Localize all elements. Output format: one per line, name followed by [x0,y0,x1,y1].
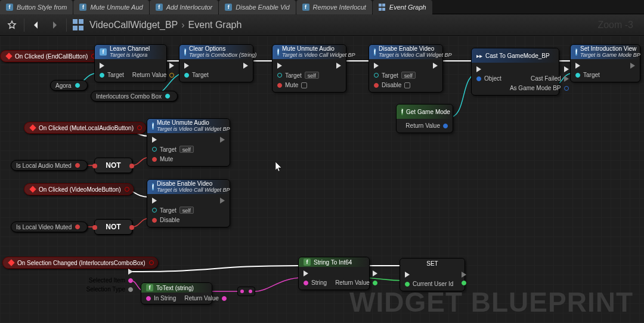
node-leave-channel[interactable]: f Leave ChannelTarget is IAgora Target R… [94,44,167,82]
exec-out-pin[interactable] [630,63,635,69]
reroute-pin[interactable] [240,290,244,293]
pin-label: Return Value [335,279,370,286]
exec-out-pin[interactable] [336,63,341,69]
exec-in-pin[interactable] [374,63,379,69]
event-on-clicked-endcall[interactable]: On Clicked (EndCallButton) [0,50,100,62]
exec-out-pin[interactable] [373,270,377,276]
graph-mode-button[interactable] [72,18,86,32]
node-set-current-user-id[interactable]: SET Current User Id [400,258,465,291]
node-set-introduction-view[interactable]: f Set Introduction ViewTarget is Game Mo… [570,44,640,82]
favorite-button[interactable] [5,18,19,32]
var-agora[interactable]: Agora [50,80,88,91]
in-string-pin[interactable] [146,296,151,301]
event-label: On Clicked (MuteLocalAudioButton) [39,125,134,131]
node-totext-string[interactable]: fToText (string) In String Return Value [141,282,212,304]
as-gamemode-pin[interactable] [564,86,569,91]
exec-out-pin[interactable] [433,63,438,69]
exec-out-pin[interactable] [128,269,133,275]
exec-in-pin[interactable] [277,63,282,69]
node-string-to-int64[interactable]: fString To Int64 String Return Value [298,257,370,290]
delegate-pin[interactable] [149,260,154,265]
object-pin[interactable] [476,76,481,81]
node-mute-unmute-audio-top[interactable]: f Mute Unmute AudioTarget is Video Call … [272,44,346,93]
mute-pin[interactable] [152,157,157,162]
checkbox-default[interactable] [404,82,410,88]
disable-pin[interactable] [374,83,379,88]
tab-strip: fButton Style from fMute Unmute Aud fAdd… [0,0,644,14]
exec-in-pin[interactable] [405,272,410,278]
reroute-node[interactable] [237,287,255,296]
node-header[interactable]: f Leave ChannelTarget is IAgora [95,45,166,59]
exec-out-pin[interactable] [169,63,174,69]
bool-out-pin[interactable] [129,164,134,168]
checkbox-default[interactable] [301,82,307,88]
node-not-video[interactable]: NOT [94,219,132,235]
exec-out-pin[interactable] [220,137,225,143]
node-not-audio[interactable]: NOT [94,158,132,173]
breadcrumb-graph[interactable]: Event Graph [188,20,242,30]
node-cast-to-gamemode[interactable]: ▸▸Cast To GameMode_BP Object Cast Failed… [471,48,559,96]
string-pin[interactable] [304,281,308,285]
selected-item-pin[interactable] [128,278,133,283]
target-pin[interactable] [277,73,282,78]
node-get-game-mode[interactable]: fGet Game Mode Return Value [396,104,453,133]
exec-in-pin[interactable] [304,270,308,276]
return-pin[interactable] [222,296,227,301]
tab-remove-interlocutor[interactable]: fRemove Interlocut [296,0,372,14]
return-pin[interactable] [373,281,377,285]
delegate-pin[interactable] [125,187,129,192]
node-clear-options[interactable]: f Clear OptionsTarget is ComboBox (Strin… [179,44,253,82]
graph-toolbar: VideoCallWidget_BP›Event Graph Zoom -3 [0,14,644,36]
tab-mute-unmute[interactable]: fMute Unmute Aud [73,0,148,14]
exec-in-pin[interactable] [575,63,580,69]
tab-button-style[interactable]: fButton Style from [0,0,73,14]
event-on-selection-changed[interactable]: On Selection Changed (InterlocutorsCombo… [2,257,158,269]
var-is-local-audio-muted[interactable]: Is Local Audio Muted [11,160,88,171]
node-title: Mute Unmute Audio [282,45,355,52]
nav-forward-button[interactable] [47,18,61,32]
exec-out-pin[interactable] [243,63,248,69]
value-out-pin[interactable] [462,281,466,285]
event-on-clicked-videomode[interactable]: On Clicked (VideoModeButton) [24,183,134,195]
exec-out-pin[interactable] [564,66,569,72]
target-pin[interactable] [100,73,104,78]
target-pin[interactable] [575,73,580,78]
target-pin[interactable] [152,208,157,213]
target-pin[interactable] [152,147,157,152]
mute-pin[interactable] [277,83,282,88]
return-pin[interactable] [443,124,448,128]
var-interlocutors-combo[interactable]: Interlocutors Combo Box [91,91,178,101]
target-pin[interactable] [184,73,189,78]
node-disable-enable-video-top[interactable]: f Disabe Enable VideoTarget is Video Cal… [369,44,443,93]
bool-in-pin[interactable] [92,225,97,230]
value-in-pin[interactable] [405,282,410,287]
return-pin[interactable] [169,73,174,78]
exec-in-pin[interactable] [100,63,104,69]
pin-label: Target [107,72,124,78]
breadcrumb-asset[interactable]: VideoCallWidget_BP [89,20,178,30]
exec-in-pin[interactable] [152,137,157,143]
bool-out-pin[interactable] [129,225,134,230]
exec-in-pin[interactable] [184,63,189,69]
tab-disable-video[interactable]: fDisabe Enable Vid [219,0,295,14]
tab-add-interlocutor[interactable]: fAdd Interlocutor [150,0,219,14]
disable-pin[interactable] [152,218,157,223]
cast-failed-pin[interactable] [564,76,569,82]
exec-out-pin[interactable] [220,198,225,204]
graph-canvas[interactable]: On Clicked (EndCallButton) Agora Interlo… [0,36,644,323]
node-mute-unmute-audio-b[interactable]: f Mute Unmute AudioTarget is Video Call … [147,118,230,167]
bool-in-pin[interactable] [92,164,97,168]
selection-type-pin[interactable] [128,287,133,292]
delegate-pin[interactable] [137,125,142,130]
exec-in-pin[interactable] [152,198,157,204]
node-disable-enable-video-b[interactable]: f Disabe Enable VideoTarget is Video Cal… [147,179,230,227]
reroute-pin[interactable] [249,290,252,293]
var-is-local-video-muted[interactable]: Is Local Video Muted [11,222,88,232]
tab-event-graph[interactable]: Event Graph [373,0,432,14]
exec-in-pin[interactable] [476,66,481,72]
event-icon [29,124,36,131]
event-on-clicked-mutelocalaudio[interactable]: On Clicked (MuteLocalAudioButton) [24,122,146,134]
target-pin[interactable] [374,73,379,78]
exec-out-pin[interactable] [462,272,466,278]
nav-back-button[interactable] [29,18,44,32]
